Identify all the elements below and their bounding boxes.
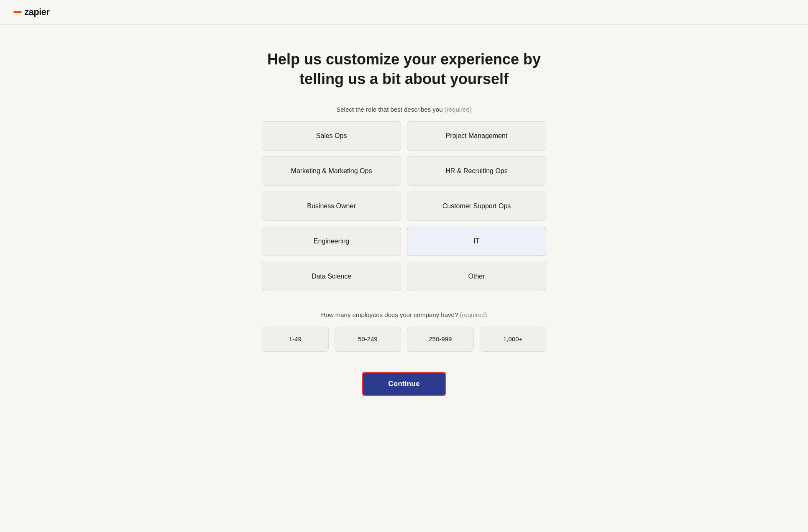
continue-button[interactable]: Continue xyxy=(362,372,446,396)
employees-grid: 1-4950-249250-9991,000+ xyxy=(262,327,546,352)
emp-btn-50-249[interactable]: 50-249 xyxy=(335,327,401,352)
role-btn-it[interactable]: IT xyxy=(407,227,546,256)
employees-required-label: (required) xyxy=(460,311,487,318)
emp-btn-250-999[interactable]: 250-999 xyxy=(407,327,474,352)
logo: zapier xyxy=(13,7,50,18)
roles-required-label: (required) xyxy=(445,106,472,113)
logo-dash-icon xyxy=(13,11,22,13)
role-btn-data-science[interactable]: Data Science xyxy=(262,262,401,291)
page-title: Help us customize your experience by tel… xyxy=(262,50,546,89)
emp-btn-1-49[interactable]: 1-49 xyxy=(262,327,329,352)
continue-btn-wrapper: Continue xyxy=(362,372,446,396)
role-btn-customer-support[interactable]: Customer Support Ops xyxy=(407,192,546,221)
role-btn-other[interactable]: Other xyxy=(407,262,546,291)
roles-section-label: Select the role that best describes you … xyxy=(336,106,472,113)
employees-section-label: How many employees does your company hav… xyxy=(262,311,546,318)
role-btn-hr-recruiting[interactable]: HR & Recruiting Ops xyxy=(407,156,546,186)
role-btn-project-management[interactable]: Project Management xyxy=(407,121,546,151)
role-btn-engineering[interactable]: Engineering xyxy=(262,227,401,256)
role-btn-marketing-ops[interactable]: Marketing & Marketing Ops xyxy=(262,156,401,186)
main-content: Help us customize your experience by tel… xyxy=(153,25,655,430)
role-btn-business-owner[interactable]: Business Owner xyxy=(262,192,401,221)
header: zapier xyxy=(0,0,808,25)
emp-btn-1000plus[interactable]: 1,000+ xyxy=(480,327,547,352)
logo-text: zapier xyxy=(24,7,50,18)
role-btn-sales-ops[interactable]: Sales Ops xyxy=(262,121,401,151)
roles-grid: Sales OpsProject ManagementMarketing & M… xyxy=(262,121,546,291)
employees-section: How many employees does your company hav… xyxy=(262,311,546,352)
